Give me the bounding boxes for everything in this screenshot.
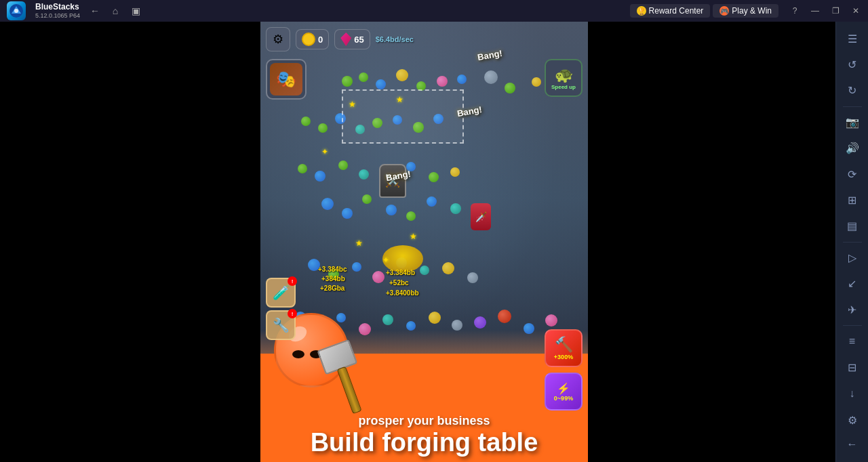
power-boost-icon-1: 🔨 bbox=[555, 336, 573, 354]
app-name-label: BlueStacks bbox=[35, 2, 80, 12]
right-sidebar: ☰ ↺ ↻ 📷 🔊 ⟳ ⊞ ▤ ▷ ↙ ✈ ≡ ⊟ ↓ ⚙ ← bbox=[835, 22, 868, 462]
app-logo bbox=[0, 0, 33, 22]
star-particle: ★ bbox=[355, 238, 363, 248]
gem-counter: 65 bbox=[334, 29, 370, 49]
action-button-2[interactable]: 🔧 ! bbox=[266, 310, 296, 340]
coin-icon bbox=[302, 33, 315, 46]
sidebar-icon-settings[interactable]: ⚙ bbox=[840, 408, 865, 432]
mascot-eye-left bbox=[292, 350, 304, 358]
power-boost-pct-2: 0~99% bbox=[554, 395, 573, 402]
banner-title: Build forging table bbox=[311, 429, 538, 455]
character-icon-button[interactable]: 🎭 bbox=[266, 59, 307, 100]
star-particle: ✦ bbox=[321, 147, 328, 156]
reward-icon: 🏆 bbox=[637, 6, 646, 16]
bluestacks-logo bbox=[7, 1, 26, 20]
sidebar-icon-storage[interactable]: ⊟ bbox=[840, 356, 865, 379]
sidebar-icon-list[interactable]: ≡ bbox=[840, 330, 865, 353]
svg-point-2 bbox=[14, 9, 18, 13]
settings-button[interactable]: ⚙ bbox=[266, 27, 290, 51]
sidebar-icon-download[interactable]: ↓ bbox=[840, 382, 865, 405]
titlebar-right: 🏆 Reward Center 🎮 Play & Win ? — ❐ ✕ bbox=[630, 1, 868, 20]
power-boost-button-1[interactable]: 🔨 +300% bbox=[545, 329, 583, 367]
home-nav-button[interactable]: ⌂ bbox=[106, 1, 125, 20]
sidebar-icon-back[interactable]: ↺ bbox=[840, 53, 865, 76]
reward-center-button[interactable]: 🏆 Reward Center bbox=[630, 4, 711, 18]
sidebar-separator-2 bbox=[843, 242, 862, 243]
star-particle: ✦ bbox=[382, 255, 389, 265]
gem-icon bbox=[340, 33, 351, 46]
character-portrait: 🎭 bbox=[270, 63, 302, 96]
sidebar-icon-macro[interactable]: ▷ bbox=[840, 247, 865, 270]
action-button-1[interactable]: 🧪 ! bbox=[266, 278, 296, 308]
window-controls: ? — ❐ ✕ bbox=[785, 1, 865, 20]
reward-center-label: Reward Center bbox=[649, 6, 704, 16]
left-panel bbox=[0, 22, 260, 462]
banner-subtitle: prosper your business bbox=[358, 414, 490, 428]
sidebar-icon-collapse[interactable]: ← bbox=[840, 432, 865, 457]
sidebar-icon-forward[interactable]: ↻ bbox=[840, 79, 865, 102]
action-buttons-left: 🧪 ! 🔧 ! bbox=[266, 278, 296, 340]
titlebar-nav: ← ⌂ ▣ bbox=[85, 1, 145, 20]
close-button[interactable]: ✕ bbox=[846, 1, 865, 20]
speedup-icon: 🐢 bbox=[555, 66, 573, 84]
sidebar-icon-flight[interactable]: ✈ bbox=[840, 298, 865, 321]
action-badge-1: ! bbox=[288, 276, 297, 286]
maximize-button[interactable]: ❐ bbox=[826, 1, 845, 20]
titlebar: BlueStacks 5.12.0.1065 P64 ← ⌂ ▣ 🏆 Rewar… bbox=[0, 0, 868, 22]
play-and-win-label: Play & Win bbox=[732, 6, 772, 16]
star-particle: ★ bbox=[349, 100, 356, 109]
star-particle: ★ bbox=[396, 95, 403, 104]
coin-counter: 0 bbox=[296, 29, 329, 49]
hammer-handle bbox=[337, 366, 362, 415]
speedup-label: Speed up bbox=[551, 84, 576, 90]
action-badge-2: ! bbox=[288, 309, 297, 318]
playnwin-icon: 🎮 bbox=[719, 6, 729, 16]
earn-rate: $6.4bd/sec bbox=[376, 35, 414, 43]
sidebar-separator-1 bbox=[843, 106, 862, 107]
enemy-character: 🗡️ bbox=[471, 203, 491, 230]
speedup-button[interactable]: 🐢 Speed up bbox=[545, 59, 583, 97]
sidebar-icon-rotate[interactable]: ⟳ bbox=[840, 163, 865, 186]
hud-top-bar: ⚙ 0 65 $6.4bd/sec bbox=[266, 27, 583, 51]
back-nav-button[interactable]: ← bbox=[85, 1, 104, 20]
coin-value: 0 bbox=[318, 35, 323, 45]
sidebar-icon-grid[interactable]: ⊞ bbox=[840, 188, 865, 211]
sidebar-separator-3 bbox=[843, 325, 862, 326]
app-name-block: BlueStacks 5.12.0.1065 P64 bbox=[35, 2, 80, 19]
power-boost-button-2[interactable]: ⚡ 0~99% bbox=[545, 373, 583, 411]
recent-nav-button[interactable]: ▣ bbox=[126, 1, 145, 20]
help-button[interactable]: ? bbox=[785, 1, 804, 20]
power-boost-pct-1: +300% bbox=[554, 354, 573, 360]
gem-value: 65 bbox=[354, 35, 363, 45]
play-and-win-button[interactable]: 🎮 Play & Win bbox=[713, 4, 778, 18]
sidebar-icon-volume[interactable]: 🔊 bbox=[840, 137, 865, 160]
sidebar-icon-layers[interactable]: ▤ bbox=[840, 214, 865, 237]
sidebar-icon-camera[interactable]: 📷 bbox=[840, 111, 865, 134]
app-version-label: 5.12.0.1065 P64 bbox=[35, 12, 80, 20]
settings-icon: ⚙ bbox=[273, 32, 283, 47]
sidebar-icon-import[interactable]: ↙ bbox=[840, 272, 865, 295]
sidebar-icon-menu[interactable]: ☰ bbox=[840, 27, 865, 50]
star-particle: ★ bbox=[410, 232, 417, 241]
game-viewport[interactable]: ⚙ 0 65 $6.4bd/sec 🎭 🐢 Speed up bbox=[260, 22, 588, 462]
power-boost-icon-2: ⚡ bbox=[557, 382, 570, 395]
minimize-button[interactable]: — bbox=[806, 1, 825, 20]
sidebar-bottom: ⚙ ← bbox=[840, 408, 865, 457]
